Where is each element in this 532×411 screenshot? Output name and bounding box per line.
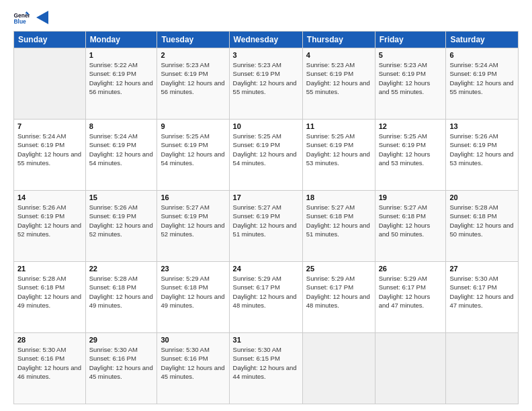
logo-icon: General Blue xyxy=(13,11,30,25)
day-number: 30 xyxy=(161,336,225,344)
calendar-cell: 17 Sunrise: 5:27 AM Sunset: 6:19 PM Dayl… xyxy=(229,191,302,262)
calendar-cell: 9 Sunrise: 5:25 AM Sunset: 6:19 PM Dayli… xyxy=(157,120,229,191)
day-number: 14 xyxy=(17,193,82,201)
calendar-cell: 28 Sunrise: 5:30 AM Sunset: 6:16 PM Dayl… xyxy=(14,333,86,404)
calendar-cell: 13 Sunrise: 5:26 AM Sunset: 6:19 PM Dayl… xyxy=(446,120,519,191)
day-number: 15 xyxy=(89,193,154,201)
weekday-header-friday: Friday xyxy=(375,32,446,48)
calendar-cell: 15 Sunrise: 5:26 AM Sunset: 6:19 PM Dayl… xyxy=(85,191,157,262)
day-info: Sunrise: 5:25 AM Sunset: 6:19 PM Dayligh… xyxy=(379,132,443,167)
day-number: 7 xyxy=(17,122,82,130)
day-number: 17 xyxy=(233,193,299,201)
calendar-cell: 11 Sunrise: 5:25 AM Sunset: 6:19 PM Dayl… xyxy=(302,120,375,191)
day-number: 26 xyxy=(379,265,443,273)
day-info: Sunrise: 5:30 AM Sunset: 6:17 PM Dayligh… xyxy=(449,274,515,310)
day-number: 22 xyxy=(89,265,154,273)
day-info: Sunrise: 5:30 AM Sunset: 6:16 PM Dayligh… xyxy=(17,345,82,381)
calendar-cell: 4 Sunrise: 5:23 AM Sunset: 6:19 PM Dayli… xyxy=(302,48,375,120)
day-info: Sunrise: 5:22 AM Sunset: 6:19 PM Dayligh… xyxy=(89,60,154,96)
day-info: Sunrise: 5:23 AM Sunset: 6:19 PM Dayligh… xyxy=(306,60,371,96)
day-info: Sunrise: 5:25 AM Sunset: 6:19 PM Dayligh… xyxy=(233,132,299,167)
day-info: Sunrise: 5:25 AM Sunset: 6:19 PM Dayligh… xyxy=(306,132,371,167)
calendar-cell: 14 Sunrise: 5:26 AM Sunset: 6:19 PM Dayl… xyxy=(14,191,86,262)
day-info: Sunrise: 5:26 AM Sunset: 6:19 PM Dayligh… xyxy=(89,203,154,238)
day-info: Sunrise: 5:25 AM Sunset: 6:19 PM Dayligh… xyxy=(161,132,225,167)
day-info: Sunrise: 5:30 AM Sunset: 6:16 PM Dayligh… xyxy=(89,345,154,381)
day-number: 18 xyxy=(306,193,371,201)
day-number: 23 xyxy=(161,265,225,273)
day-number: 25 xyxy=(306,265,371,273)
day-info: Sunrise: 5:29 AM Sunset: 6:17 PM Dayligh… xyxy=(379,274,443,310)
day-number: 10 xyxy=(233,122,299,130)
day-info: Sunrise: 5:29 AM Sunset: 6:17 PM Dayligh… xyxy=(233,274,299,310)
calendar-cell xyxy=(446,333,519,404)
week-row-1: 1 Sunrise: 5:22 AM Sunset: 6:19 PM Dayli… xyxy=(14,48,519,120)
calendar-cell: 27 Sunrise: 5:30 AM Sunset: 6:17 PM Dayl… xyxy=(446,262,519,333)
day-info: Sunrise: 5:26 AM Sunset: 6:19 PM Dayligh… xyxy=(17,203,82,238)
day-number: 21 xyxy=(17,265,82,273)
day-info: Sunrise: 5:23 AM Sunset: 6:19 PM Dayligh… xyxy=(379,60,443,96)
svg-marker-4 xyxy=(36,11,48,24)
week-row-5: 28 Sunrise: 5:30 AM Sunset: 6:16 PM Dayl… xyxy=(14,333,519,404)
svg-text:Blue: Blue xyxy=(13,18,26,25)
calendar-cell xyxy=(302,333,375,404)
calendar-cell: 31 Sunrise: 5:30 AM Sunset: 6:15 PM Dayl… xyxy=(229,333,302,404)
day-number: 9 xyxy=(161,122,225,130)
weekday-header-thursday: Thursday xyxy=(302,32,375,48)
day-info: Sunrise: 5:27 AM Sunset: 6:19 PM Dayligh… xyxy=(161,203,225,238)
calendar-cell: 10 Sunrise: 5:25 AM Sunset: 6:19 PM Dayl… xyxy=(229,120,302,191)
day-info: Sunrise: 5:30 AM Sunset: 6:16 PM Dayligh… xyxy=(161,345,225,381)
day-number: 27 xyxy=(449,265,515,273)
day-info: Sunrise: 5:24 AM Sunset: 6:19 PM Dayligh… xyxy=(449,60,515,96)
day-number: 19 xyxy=(379,193,443,201)
calendar-cell xyxy=(375,333,446,404)
calendar-cell: 16 Sunrise: 5:27 AM Sunset: 6:19 PM Dayl… xyxy=(157,191,229,262)
logo-arrow-icon xyxy=(36,11,48,24)
day-number: 5 xyxy=(379,51,443,59)
calendar-cell: 3 Sunrise: 5:23 AM Sunset: 6:19 PM Dayli… xyxy=(229,48,302,120)
calendar-cell: 5 Sunrise: 5:23 AM Sunset: 6:19 PM Dayli… xyxy=(375,48,446,120)
calendar-cell: 20 Sunrise: 5:28 AM Sunset: 6:18 PM Dayl… xyxy=(446,191,519,262)
day-info: Sunrise: 5:24 AM Sunset: 6:19 PM Dayligh… xyxy=(89,132,154,167)
weekday-header-row: SundayMondayTuesdayWednesdayThursdayFrid… xyxy=(14,32,519,48)
calendar-cell: 25 Sunrise: 5:29 AM Sunset: 6:17 PM Dayl… xyxy=(302,262,375,333)
week-row-3: 14 Sunrise: 5:26 AM Sunset: 6:19 PM Dayl… xyxy=(14,191,519,262)
day-number: 2 xyxy=(161,51,225,59)
day-info: Sunrise: 5:24 AM Sunset: 6:19 PM Dayligh… xyxy=(17,132,82,167)
weekday-header-wednesday: Wednesday xyxy=(229,32,302,48)
day-info: Sunrise: 5:27 AM Sunset: 6:19 PM Dayligh… xyxy=(233,203,299,238)
calendar-cell: 24 Sunrise: 5:29 AM Sunset: 6:17 PM Dayl… xyxy=(229,262,302,333)
calendar-cell: 6 Sunrise: 5:24 AM Sunset: 6:19 PM Dayli… xyxy=(446,48,519,120)
calendar-cell: 29 Sunrise: 5:30 AM Sunset: 6:16 PM Dayl… xyxy=(85,333,157,404)
day-info: Sunrise: 5:30 AM Sunset: 6:15 PM Dayligh… xyxy=(233,345,299,381)
day-info: Sunrise: 5:29 AM Sunset: 6:18 PM Dayligh… xyxy=(161,274,225,310)
week-row-2: 7 Sunrise: 5:24 AM Sunset: 6:19 PM Dayli… xyxy=(14,120,519,191)
page-header: General Blue xyxy=(13,11,519,26)
day-number: 4 xyxy=(306,51,371,59)
day-number: 16 xyxy=(161,193,225,201)
day-number: 28 xyxy=(17,336,82,344)
day-number: 31 xyxy=(233,336,299,344)
calendar-table: SundayMondayTuesdayWednesdayThursdayFrid… xyxy=(13,31,519,404)
weekday-header-tuesday: Tuesday xyxy=(157,32,229,48)
day-info: Sunrise: 5:27 AM Sunset: 6:18 PM Dayligh… xyxy=(379,203,443,238)
day-number: 3 xyxy=(233,51,299,59)
day-info: Sunrise: 5:23 AM Sunset: 6:19 PM Dayligh… xyxy=(161,60,225,96)
logo: General Blue xyxy=(13,11,48,26)
day-number: 29 xyxy=(89,336,154,344)
day-info: Sunrise: 5:28 AM Sunset: 6:18 PM Dayligh… xyxy=(17,274,82,310)
day-number: 13 xyxy=(449,122,515,130)
day-number: 8 xyxy=(89,122,154,130)
calendar-cell: 22 Sunrise: 5:28 AM Sunset: 6:18 PM Dayl… xyxy=(85,262,157,333)
calendar-cell: 23 Sunrise: 5:29 AM Sunset: 6:18 PM Dayl… xyxy=(157,262,229,333)
day-number: 11 xyxy=(306,122,371,130)
calendar-cell xyxy=(14,48,86,120)
weekday-header-saturday: Saturday xyxy=(446,32,519,48)
day-number: 24 xyxy=(233,265,299,273)
calendar-cell: 21 Sunrise: 5:28 AM Sunset: 6:18 PM Dayl… xyxy=(14,262,86,333)
day-info: Sunrise: 5:28 AM Sunset: 6:18 PM Dayligh… xyxy=(89,274,154,310)
day-info: Sunrise: 5:26 AM Sunset: 6:19 PM Dayligh… xyxy=(449,132,515,167)
weekday-header-monday: Monday xyxy=(85,32,157,48)
day-info: Sunrise: 5:28 AM Sunset: 6:18 PM Dayligh… xyxy=(449,203,515,238)
calendar-cell: 2 Sunrise: 5:23 AM Sunset: 6:19 PM Dayli… xyxy=(157,48,229,120)
